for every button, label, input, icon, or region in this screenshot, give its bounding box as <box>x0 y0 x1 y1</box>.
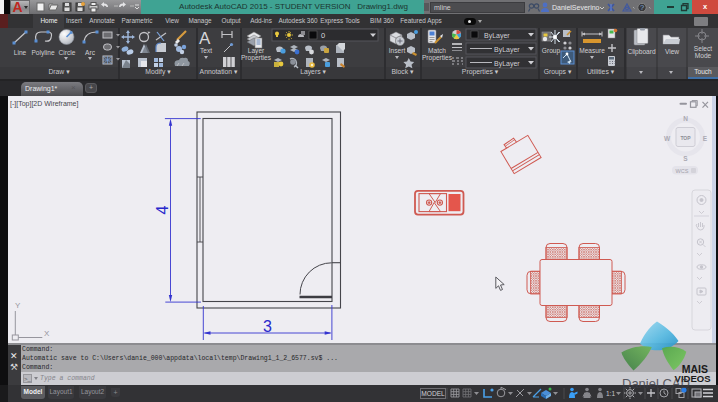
svg-text:ByLayer: ByLayer <box>494 46 520 54</box>
svg-text:S: S <box>683 155 688 162</box>
svg-text:3: 3 <box>263 318 272 335</box>
svg-text:ByLayer: ByLayer <box>494 60 520 68</box>
svg-text:?: ? <box>640 3 644 12</box>
svg-text:W: W <box>664 135 671 142</box>
svg-text:E: E <box>703 135 708 142</box>
svg-text:0: 0 <box>321 31 325 40</box>
svg-text:Daniel.CAD: Daniel.CAD <box>622 376 690 391</box>
svg-text:A: A <box>199 29 211 48</box>
svg-text:N: N <box>683 115 688 122</box>
svg-text:TOP: TOP <box>680 135 691 141</box>
svg-text:Y: Y <box>15 301 21 310</box>
svg-text:X: X <box>44 329 50 338</box>
svg-text:ByLayer: ByLayer <box>484 32 510 40</box>
svg-text:WCS: WCS <box>676 168 689 174</box>
svg-text:4: 4 <box>154 205 171 214</box>
svg-text:DanielSeverino: DanielSeverino <box>552 4 600 11</box>
